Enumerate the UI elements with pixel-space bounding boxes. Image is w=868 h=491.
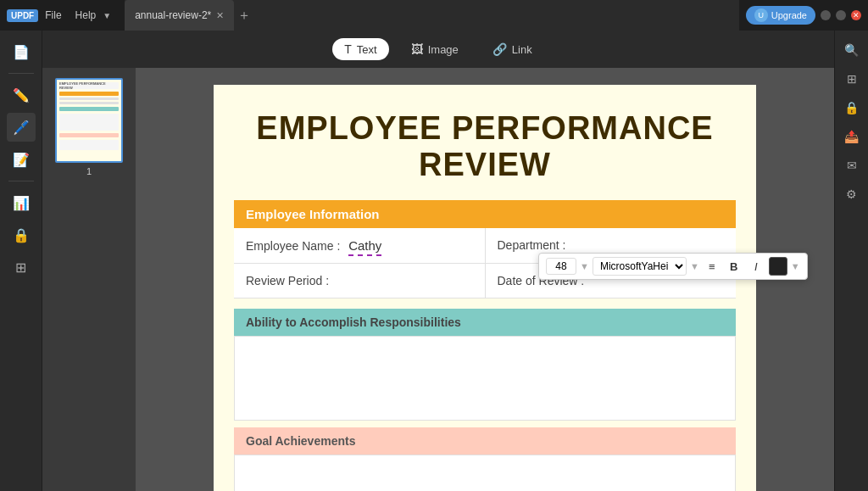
font-size-dropdown-arrow[interactable]: ▼ (580, 261, 589, 271)
goal-section-header: Goal Achievements (234, 427, 736, 455)
sidebar-icon-comment[interactable]: 📝 (7, 145, 36, 174)
employee-section-header: Employee Information (234, 200, 736, 228)
employee-name-value[interactable]: Cathy (348, 238, 381, 256)
thumb-teal-bar (59, 107, 119, 111)
document-page: EMPLOYEE PERFORMANCE REVIEW Employee Inf… (214, 85, 756, 491)
sidebar-icon-protect[interactable]: 🔒 (7, 220, 36, 249)
link-tool-icon: 🔗 (492, 42, 507, 56)
menu-help[interactable]: Help (75, 9, 97, 21)
minimize-button[interactable]: ─ (821, 10, 831, 20)
window-controls: U Upgrade ─ □ ✕ (746, 6, 861, 25)
menu-dropdown-arrow[interactable]: ▼ (103, 11, 111, 20)
thumb-peach-bar (59, 133, 119, 137)
menu-file[interactable]: File (45, 9, 61, 21)
thumb-page-num: 1 (86, 166, 92, 176)
thumbnail-wrapper-1: EMPLOYEE PERFORMANCE REVIEW 1 (55, 78, 123, 176)
thumb-line-2 (59, 102, 119, 104)
titlebar: UPDF File Help ▼ annual-review-2* ✕ ＋ U … (0, 0, 868, 31)
italic-button[interactable]: I (747, 257, 765, 276)
image-tool-button[interactable]: 🖼 Image (399, 38, 470, 60)
new-tab-icon[interactable]: ＋ (237, 7, 251, 25)
ability-section-label: Ability to Accomplish Responsibilities (246, 315, 461, 329)
review-period-label: Review Period : (246, 274, 329, 287)
tab-annual-review[interactable]: annual-review-2* ✕ (125, 0, 234, 31)
tab-label: annual-review-2* (135, 9, 211, 21)
sidebar-icon-forms[interactable]: 📊 (7, 188, 36, 217)
text-tool-label: Text (357, 43, 377, 56)
ability-section-header: Ability to Accomplish Responsibilities (234, 309, 736, 336)
text-color-button[interactable] (769, 257, 787, 276)
maximize-button[interactable]: □ (836, 10, 846, 20)
document-view[interactable]: EMPLOYEE PERFORMANCE REVIEW Employee Inf… (136, 68, 834, 491)
right-share-icon[interactable]: 📤 (839, 124, 865, 149)
align-button[interactable]: ≡ (703, 257, 721, 276)
employee-section-label: Employee Information (246, 207, 380, 221)
tab-bar: annual-review-2* ✕ ＋ (125, 0, 739, 31)
link-tool-button[interactable]: 🔗 Link (481, 38, 544, 60)
font-family-dropdown-arrow[interactable]: ▼ (690, 261, 699, 271)
font-size-input[interactable] (546, 258, 576, 275)
thumb-line-1 (59, 98, 119, 100)
thumb-line-4 (59, 140, 119, 150)
right-grid-icon[interactable]: ⊞ (839, 66, 865, 92)
sidebar-icon-pages[interactable]: ⊞ (7, 253, 36, 282)
goal-section-body[interactable] (234, 455, 736, 491)
menu-bar: File Help (45, 9, 96, 21)
floating-text-toolbar: ▼ MicrosoftYaHei ▼ ≡ B I ▼ (538, 253, 808, 280)
close-button[interactable]: ✕ (851, 10, 861, 20)
edit-toolbar: T Text 🖼 Image 🔗 Link (42, 31, 834, 68)
bold-button[interactable]: B (725, 257, 743, 276)
main-layout: 📄 ✏️ 🖊️ 📝 📊 🔒 ⊞ T Text 🖼 Image 🔗 Link (0, 31, 868, 491)
goal-section-label: Goal Achievements (246, 434, 355, 448)
thumb-orange-bar (59, 92, 119, 96)
employee-name-cell: Employee Name : Cathy (234, 228, 486, 263)
text-tool-button[interactable]: T Text (332, 38, 388, 60)
right-lock-icon[interactable]: 🔒 (839, 95, 865, 120)
ability-section-body[interactable] (234, 336, 736, 421)
left-sidebar: 📄 ✏️ 🖊️ 📝 📊 🔒 ⊞ (0, 31, 42, 491)
upgrade-avatar: U (754, 8, 768, 22)
sidebar-divider-1 (8, 73, 34, 74)
thumb-content: EMPLOYEE PERFORMANCE REVIEW (57, 80, 121, 161)
right-sidebar: 🔍 ⊞ 🔒 📤 ✉ ⚙ (834, 31, 868, 491)
color-dropdown-arrow[interactable]: ▼ (791, 261, 800, 271)
right-email-icon[interactable]: ✉ (839, 153, 865, 178)
employee-name-label: Employee Name : (246, 239, 340, 253)
link-tool-label: Link (512, 43, 532, 56)
upgrade-button[interactable]: U Upgrade (746, 6, 815, 25)
thumb-title: EMPLOYEE PERFORMANCE REVIEW (59, 82, 119, 89)
document-title: EMPLOYEE PERFORMANCE REVIEW (234, 110, 736, 183)
upgrade-label: Upgrade (771, 10, 807, 20)
thumbnail-panel: EMPLOYEE PERFORMANCE REVIEW 1 (42, 68, 136, 491)
page-thumbnail-1[interactable]: EMPLOYEE PERFORMANCE REVIEW (55, 78, 123, 163)
sidebar-icon-text[interactable]: 🖊️ (7, 113, 36, 142)
tab-close-icon[interactable]: ✕ (216, 10, 224, 21)
font-family-select[interactable]: MicrosoftYaHei (593, 257, 687, 276)
app-logo: UPDF (7, 9, 38, 22)
review-period-cell: Review Period : (234, 264, 486, 298)
sidebar-divider-2 (8, 181, 34, 181)
right-search-icon[interactable]: 🔍 (839, 37, 865, 63)
sidebar-icon-home[interactable]: 📄 (7, 37, 36, 66)
right-settings-icon[interactable]: ⚙ (839, 181, 865, 207)
text-tool-icon: T (344, 42, 352, 56)
thumb-line-3 (59, 114, 119, 131)
image-tool-label: Image (428, 43, 459, 56)
image-tool-icon: 🖼 (411, 42, 423, 56)
sidebar-icon-edit[interactable]: ✏️ (7, 81, 36, 109)
department-label: Department : (498, 238, 566, 252)
